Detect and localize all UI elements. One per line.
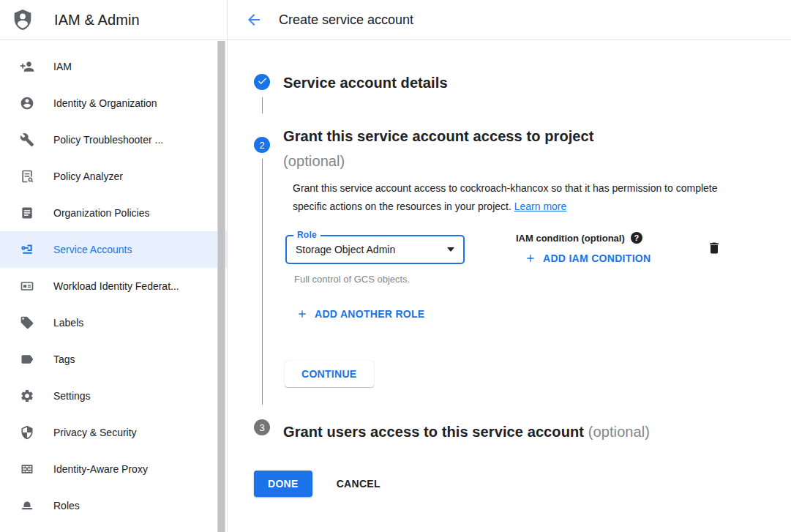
sidebar-nav: IAM Identity & Organization Policy Troub…: [0, 40, 227, 524]
sidebar-item-iam[interactable]: IAM: [0, 48, 227, 85]
step-1-rail: [254, 74, 270, 113]
sidebar-item-label: Roles: [53, 500, 80, 512]
step-3-optional-label: (optional): [588, 424, 650, 440]
sidebar-item-labels[interactable]: Labels: [0, 304, 227, 341]
sidebar-item-tags[interactable]: Tags: [0, 341, 227, 378]
tag-icon: [20, 352, 34, 367]
page-title: Create service account: [279, 12, 413, 28]
step-2-grant-access: 2 Grant this service account access to p…: [254, 124, 791, 405]
role-row: Role Storage Object Admin Full control o…: [283, 235, 722, 285]
service-accounts-icon: [20, 242, 34, 257]
sidebar-item-label: Identity & Organization: [53, 97, 157, 109]
role-field-group: Role Storage Object Admin Full control o…: [285, 235, 465, 285]
gear-icon: [20, 389, 34, 403]
delete-role-button[interactable]: [706, 241, 722, 257]
learn-more-link[interactable]: Learn more: [514, 201, 567, 212]
question-mark-icon[interactable]: ?: [631, 232, 642, 244]
main-panel: Create service account Service account d…: [228, 0, 791, 532]
sidebar-scrollbar[interactable]: [217, 41, 225, 532]
sidebar-item-label: Labels: [53, 317, 83, 329]
continue-button[interactable]: CONTINUE: [285, 361, 374, 387]
check-icon: [257, 75, 268, 89]
add-another-role-button[interactable]: ADD ANOTHER ROLE: [296, 308, 425, 320]
sidebar-item-settings[interactable]: Settings: [0, 378, 227, 414]
step-3-number-bullet: 3: [254, 419, 270, 435]
iam-condition-group: IAM condition (optional) ? ADD IAM CONDI…: [516, 232, 651, 264]
step-1-completed-bullet: [254, 74, 270, 90]
sidebar-item-label: Organization Policies: [53, 207, 150, 219]
page: IAM & Admin IAM Identity & Organization …: [0, 0, 791, 532]
step-2-rail: 2: [254, 124, 270, 405]
sidebar-item-label: Policy Troubleshooter ...: [53, 134, 163, 146]
role-field-label: Role: [293, 230, 320, 240]
sidebar-item-privacy-security[interactable]: Privacy & Security: [0, 414, 227, 451]
sidebar-item-label: Identity-Aware Proxy: [53, 463, 148, 475]
footer-actions: DONE CANCEL: [254, 471, 791, 497]
person-circle-icon: [20, 96, 34, 110]
step-2-description: Grant this service account access to coc…: [283, 179, 726, 216]
sidebar-item-label: Privacy & Security: [53, 427, 137, 438]
iam-shield-logo-icon: [10, 7, 35, 32]
wrench-icon: [20, 132, 34, 147]
step-connector-line: [262, 159, 263, 405]
label-icon: [20, 315, 34, 330]
sidebar-item-policy-analyzer[interactable]: Policy Analyzer: [0, 158, 227, 195]
sidebar-item-workload-identity-federation[interactable]: Workload Identity Federat...: [0, 268, 227, 304]
main-header: Create service account: [228, 0, 791, 40]
step-1-service-account-details: Service account details: [254, 74, 791, 113]
sidebar-header: IAM & Admin: [0, 0, 227, 40]
add-iam-condition-button[interactable]: ADD IAM CONDITION: [525, 252, 651, 264]
sidebar-item-label: Tags: [53, 353, 75, 365]
step-2-number-bullet: 2: [254, 137, 270, 153]
iam-condition-label: IAM condition (optional): [516, 233, 625, 244]
plus-icon: [525, 252, 536, 264]
sidebar-scrollbar-thumb[interactable]: [217, 41, 225, 532]
cancel-button[interactable]: CANCEL: [337, 478, 380, 490]
sidebar-item-label: Service Accounts: [53, 244, 132, 255]
step-2-optional-label: (optional): [283, 153, 345, 169]
sidebar-item-identity-aware-proxy[interactable]: Identity-Aware Proxy: [0, 451, 227, 487]
step-3-grant-users-access: 3 Grant users access to this service acc…: [254, 419, 791, 444]
done-button[interactable]: DONE: [254, 471, 312, 497]
workload-identity-icon: [20, 279, 34, 293]
policy-analyzer-icon: [20, 169, 34, 184]
sidebar-item-organization-policies[interactable]: Organization Policies: [0, 195, 227, 231]
sidebar-item-label: IAM: [53, 61, 72, 72]
step-connector-line: [262, 97, 263, 113]
role-selected-value: Storage Object Admin: [296, 244, 395, 255]
sidebar-item-label: Policy Analyzer: [53, 171, 123, 182]
sidebar-item-roles[interactable]: Roles: [0, 487, 227, 524]
wizard-content: Service account details 2 Grant this ser…: [228, 40, 791, 497]
role-select[interactable]: Role Storage Object Admin: [285, 235, 465, 264]
app-title: IAM & Admin: [54, 12, 140, 29]
hat-icon: [20, 498, 34, 513]
sidebar: IAM & Admin IAM Identity & Organization …: [0, 0, 228, 532]
org-policies-icon: [20, 206, 34, 220]
step-3-title: Grant users access to this service accou…: [283, 419, 650, 444]
plus-icon: [296, 308, 308, 320]
sidebar-item-label: Workload Identity Federat...: [53, 280, 179, 292]
shield-half-icon: [20, 425, 34, 440]
back-button[interactable]: [245, 11, 263, 29]
arrow-back-icon: [245, 11, 263, 29]
sidebar-item-identity-organization[interactable]: Identity & Organization: [0, 85, 227, 121]
sidebar-item-label: Settings: [53, 390, 91, 402]
person-add-icon: [20, 59, 34, 74]
proxy-grid-icon: [20, 462, 34, 476]
sidebar-item-service-accounts[interactable]: Service Accounts: [0, 231, 227, 268]
sidebar-item-policy-troubleshooter[interactable]: Policy Troubleshooter ...: [0, 121, 227, 158]
trash-icon: [707, 247, 721, 258]
dropdown-caret-icon: [447, 247, 454, 252]
step-2-title: Grant this service account access to pro…: [283, 124, 726, 173]
role-helper-text: Full control of GCS objects.: [285, 274, 465, 285]
step-1-title: Service account details: [283, 70, 448, 95]
step-3-rail: 3: [254, 419, 270, 444]
